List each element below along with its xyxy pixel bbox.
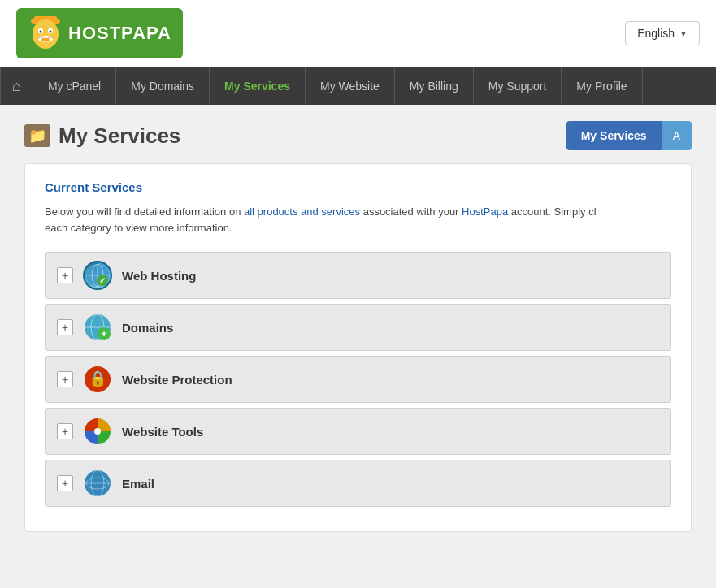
- expand-web-hosting[interactable]: +: [57, 267, 73, 283]
- service-list: + ✓ Web Hosting +: [45, 252, 671, 507]
- page-title-icon: 📁: [24, 124, 50, 147]
- page-heading: My Services: [59, 123, 180, 149]
- service-label-web-hosting: Web Hosting: [122, 269, 196, 283]
- main-card: Current Services Below you will find det…: [24, 163, 692, 532]
- svg-point-6: [50, 31, 52, 33]
- nav-domains[interactable]: My Domains: [116, 67, 210, 105]
- domains-icon: +: [83, 313, 112, 342]
- protection-icon: 🔒: [83, 365, 112, 394]
- nav-profile[interactable]: My Profile: [562, 67, 642, 105]
- logo-area: HOSTPAPA: [16, 8, 183, 58]
- service-label-tools: Website Tools: [122, 425, 203, 439]
- service-label-domains: Domains: [122, 321, 173, 335]
- main-nav: ⌂ My cPanel My Domains My Services My We…: [0, 67, 716, 105]
- logo-box: HOSTPAPA: [16, 8, 183, 58]
- nav-home[interactable]: ⌂: [0, 67, 33, 105]
- tools-icon: [83, 417, 112, 446]
- service-row-email[interactable]: + Email: [45, 460, 671, 507]
- header: HOSTPAPA English: [0, 0, 716, 67]
- nav-myservices[interactable]: My Services: [210, 67, 306, 105]
- service-label-email: Email: [122, 477, 154, 491]
- nav-website[interactable]: My Website: [306, 67, 395, 105]
- service-row-web-hosting[interactable]: + ✓ Web Hosting: [45, 252, 671, 299]
- svg-text:✓: ✓: [99, 276, 106, 285]
- service-label-protection: Website Protection: [122, 373, 232, 387]
- language-button[interactable]: English: [625, 21, 700, 45]
- desc-highlight2: HostPapa: [462, 205, 508, 218]
- web-hosting-icon: ✓: [83, 261, 112, 290]
- expand-tools[interactable]: +: [57, 423, 73, 439]
- expand-protection[interactable]: +: [57, 371, 73, 387]
- nav-cpanel[interactable]: My cPanel: [33, 67, 116, 105]
- svg-point-2: [33, 19, 59, 49]
- page-title: 📁 My Services: [24, 123, 180, 149]
- language-label: English: [637, 27, 675, 40]
- desc-text3: account. Simply cl: [508, 205, 596, 218]
- tab-area: My Services A: [566, 121, 692, 150]
- svg-point-23: [94, 428, 101, 435]
- desc-highlight1: all products and services: [244, 205, 360, 218]
- expand-email[interactable]: +: [57, 475, 73, 491]
- tab-secondary[interactable]: A: [662, 121, 692, 150]
- desc-text2: associated with your: [360, 205, 462, 218]
- logo-text: HOSTPAPA: [68, 23, 171, 44]
- service-row-domains[interactable]: + + Domains: [45, 304, 671, 351]
- desc-text4: each category to view more information.: [45, 222, 232, 234]
- page-title-row: 📁 My Services My Services A: [24, 121, 692, 150]
- page-content: 📁 My Services My Services A Current Serv…: [0, 105, 716, 588]
- email-icon: [83, 469, 112, 498]
- service-row-tools[interactable]: + Website Tools: [45, 408, 671, 455]
- svg-text:🔒: 🔒: [89, 370, 107, 387]
- nav-support[interactable]: My Support: [474, 67, 562, 105]
- svg-point-5: [40, 31, 42, 33]
- svg-point-8: [41, 38, 50, 42]
- expand-domains[interactable]: +: [57, 319, 73, 335]
- description: Below you will find detailed information…: [45, 204, 671, 236]
- nav-billing[interactable]: My Billing: [395, 67, 474, 105]
- mascot-icon: [28, 13, 63, 54]
- tab-myservices[interactable]: My Services: [566, 121, 662, 150]
- service-row-protection[interactable]: + 🔒 Website Protection: [45, 356, 671, 403]
- desc-text1: Below you will find detailed information…: [45, 205, 244, 218]
- svg-text:+: +: [101, 327, 107, 339]
- current-services-title: Current Services: [45, 180, 671, 194]
